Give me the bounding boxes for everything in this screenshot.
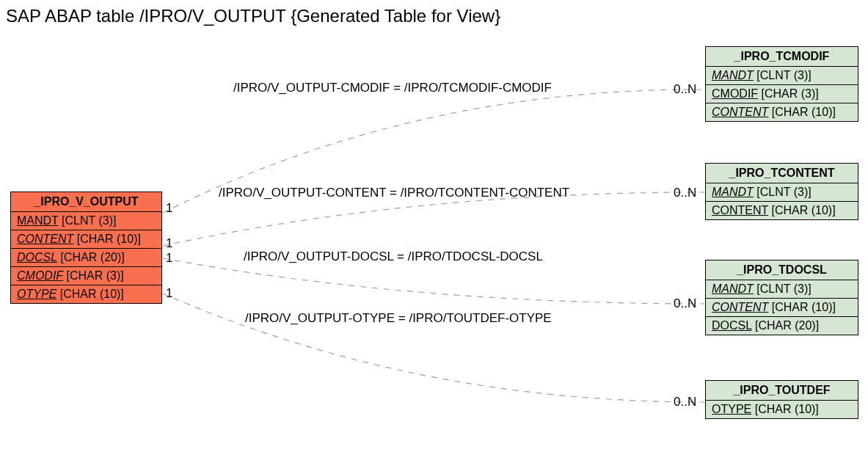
cardinality-left: 1 bbox=[166, 286, 172, 301]
field-row: MANDT [CLNT (3)] bbox=[11, 212, 161, 230]
field-row: CONTENT [CHAR (10)] bbox=[706, 202, 858, 219]
entity-ipro-tcontent: _IPRO_TCONTENT MANDT [CLNT (3)] CONTENT … bbox=[705, 163, 858, 220]
relation-label: /IPRO/V_OUTPUT-CMODIF = /IPRO/TCMODIF-CM… bbox=[233, 81, 552, 95]
field-row: OTYPE [CHAR (10)] bbox=[706, 401, 858, 418]
relation-label: /IPRO/V_OUTPUT-DOCSL = /IPRO/TDOCSL-DOCS… bbox=[244, 249, 543, 264]
entity-header: _IPRO_TOUTDEF bbox=[706, 381, 858, 401]
field-row: CONTENT [CHAR (10)] bbox=[706, 299, 858, 317]
field-row: DOCSL [CHAR (20)] bbox=[11, 249, 161, 267]
entity-ipro-tcmodif: _IPRO_TCMODIF MANDT [CLNT (3)] CMODIF [C… bbox=[705, 46, 858, 122]
entity-ipro-tdocsl: _IPRO_TDOCSL MANDT [CLNT (3)] CONTENT [C… bbox=[705, 260, 858, 335]
cardinality-right: 0..N bbox=[674, 82, 696, 97]
field-row: CMODIF [CHAR (3)] bbox=[706, 85, 858, 103]
cardinality-right: 0..N bbox=[674, 296, 696, 311]
relation-label: /IPRO/V_OUTPUT-OTYPE = /IPRO/TOUTDEF-OTY… bbox=[245, 311, 552, 326]
cardinality-left: 1 bbox=[166, 201, 172, 216]
entity-header: _IPRO_TCONTENT bbox=[706, 164, 858, 183]
field-row: MANDT [CLNT (3)] bbox=[706, 67, 858, 85]
field-row: MANDT [CLNT (3)] bbox=[706, 280, 858, 299]
field-row: MANDT [CLNT (3)] bbox=[706, 183, 858, 202]
field-row: CONTENT [CHAR (10)] bbox=[11, 230, 161, 249]
cardinality-right: 0..N bbox=[674, 186, 696, 200]
field-row: DOCSL [CHAR (20)] bbox=[706, 317, 858, 335]
entity-header: _IPRO_TCMODIF bbox=[706, 47, 858, 67]
relation-label: /IPRO/V_OUTPUT-CONTENT = /IPRO/TCONTENT-… bbox=[219, 186, 569, 200]
entity-header: _IPRO_TDOCSL bbox=[706, 260, 858, 280]
entity-ipro-v-output: _IPRO_V_OUTPUT MANDT [CLNT (3)] CONTENT … bbox=[10, 192, 162, 304]
entity-ipro-toutdef: _IPRO_TOUTDEF OTYPE [CHAR (10)] bbox=[705, 380, 858, 419]
cardinality-right: 0..N bbox=[674, 395, 696, 409]
diagram-title: SAP ABAP table /IPRO/V_OUTPUT {Generated… bbox=[6, 6, 500, 26]
cardinality-left: 1 bbox=[166, 236, 172, 251]
field-row: OTYPE [CHAR (10)] bbox=[11, 285, 161, 303]
entity-header: _IPRO_V_OUTPUT bbox=[11, 192, 161, 212]
cardinality-left: 1 bbox=[166, 251, 172, 266]
field-row: CMODIF [CHAR (3)] bbox=[11, 267, 161, 285]
field-row: CONTENT [CHAR (10)] bbox=[706, 103, 858, 121]
